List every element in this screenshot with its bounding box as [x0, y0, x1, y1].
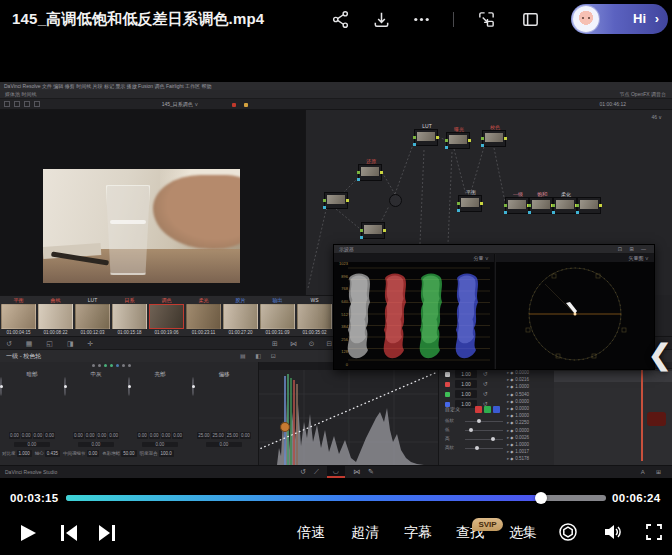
keyframe-row[interactable]: ▸◆1.0000 [507, 383, 553, 390]
blue-channel-chip[interactable] [493, 406, 500, 413]
clip-item[interactable]: 柔光 01:00:23:11 [185, 296, 222, 336]
scopes-window-controls[interactable]: ⊡ ⊞ — [618, 245, 649, 254]
keyframe-row[interactable]: ▸◆1.0000 [507, 441, 553, 448]
play-icon[interactable] [17, 523, 39, 543]
waveform-subheader[interactable]: 分量 ∨ [334, 254, 494, 262]
slider-handle[interactable] [469, 428, 473, 432]
curve-tab-icon[interactable]: ✎ [368, 466, 374, 478]
slider-handle[interactable] [491, 437, 495, 441]
node-input-dot[interactable] [445, 139, 448, 142]
node-output-dot[interactable] [599, 204, 602, 207]
clip-item[interactable]: 平衡 01:00:04:15 [0, 296, 37, 336]
quality-button[interactable]: 超清 [351, 509, 379, 555]
adjust-field[interactable]: 对比度 1.000 [2, 450, 32, 457]
node-mask-dot[interactable] [357, 178, 360, 181]
grade-node[interactable] [577, 197, 601, 214]
clip-thumbnail[interactable] [112, 304, 147, 329]
node-mask-dot[interactable] [445, 146, 448, 149]
node-mask-dot[interactable] [457, 209, 460, 212]
clip-item[interactable]: 日系 01:00:15:18 [111, 296, 148, 336]
soft-clip-slider[interactable]: 低软 [445, 417, 505, 425]
progress-bar[interactable] [66, 495, 606, 501]
red-tag[interactable] [647, 412, 666, 426]
volume-icon[interactable] [602, 522, 622, 542]
account-pill[interactable]: Hi › [571, 4, 668, 34]
node-output-dot[interactable] [380, 171, 383, 174]
node-mask-dot[interactable] [552, 211, 555, 214]
clip-thumbnail[interactable] [149, 304, 184, 329]
grade-node[interactable]: 柔化 [553, 197, 577, 214]
grade-node[interactable]: 一级 [505, 197, 529, 214]
node-mask-dot[interactable] [413, 143, 416, 146]
node-output-dot[interactable] [346, 199, 349, 202]
node-mask-dot[interactable] [323, 206, 326, 209]
soft-clip-slider[interactable]: 高软 [445, 444, 505, 452]
fullscreen-icon[interactable] [644, 522, 664, 542]
node-mask-dot[interactable] [528, 211, 531, 214]
soft-clip-slider[interactable]: 低 [445, 426, 505, 434]
grade-node[interactable] [324, 192, 348, 209]
node-mask-dot[interactable] [360, 236, 363, 239]
node-input-dot[interactable] [528, 204, 531, 207]
node-mask-dot[interactable] [576, 211, 579, 214]
download-icon[interactable] [372, 10, 391, 29]
wheel-cursor[interactable] [64, 385, 67, 388]
node-input-dot[interactable] [481, 137, 484, 140]
keyframe-row[interactable]: ▸◆1.0000 [507, 412, 553, 419]
vectorscope-subheader[interactable]: 矢量图 ∨ [496, 254, 654, 262]
grade-node[interactable]: 曝光 [446, 132, 470, 149]
keyframe-row[interactable]: ▸◆1.0017 [507, 448, 553, 455]
grade-node[interactable]: LUT [414, 129, 438, 146]
wheel-master-value[interactable]: 0.00 [142, 442, 178, 447]
green-channel-chip[interactable] [484, 406, 491, 413]
wheel-ring[interactable] [192, 377, 194, 396]
channel-gain-row[interactable]: 1.00 ↺ [445, 380, 505, 389]
slider-track[interactable] [465, 448, 503, 449]
adjust-value[interactable]: 50.00 [121, 450, 136, 457]
progress-thumb[interactable] [535, 492, 547, 504]
clip-thumbnail[interactable] [186, 304, 221, 329]
clip-item[interactable]: WS 01:00:35:02 [296, 296, 333, 336]
reset-icon[interactable]: ↺ [483, 370, 488, 378]
adjust-value[interactable]: 0.00 [87, 450, 100, 457]
node-output-dot[interactable] [480, 202, 483, 205]
adjust-field[interactable]: 色彩增幅 50.00 [102, 450, 136, 457]
node-input-dot[interactable] [413, 136, 416, 139]
adjust-value[interactable]: 100.0 [159, 450, 174, 457]
wheel-cursor[interactable] [0, 385, 3, 388]
clip-thumbnail[interactable] [260, 304, 295, 329]
clip-item[interactable]: 输出 01:00:31:09 [259, 296, 296, 336]
clip-thumbnail[interactable] [223, 304, 258, 329]
node-mask-dot[interactable] [481, 144, 484, 147]
curve-tab-icon[interactable]: ⋈ [353, 466, 360, 478]
scopes-window[interactable]: 示波器 ⊡ ⊞ — 分量 ∨ 1023896768640512384256128… [333, 244, 655, 370]
grade-node[interactable]: 平衡 [458, 195, 482, 212]
slider-track[interactable] [465, 421, 503, 422]
wheel-master-value[interactable]: 0.00 [78, 442, 114, 447]
wheel-master-value[interactable]: 0.00 [206, 442, 242, 447]
red-channel-chip[interactable] [475, 406, 482, 413]
vectorscope-mode-select[interactable]: 矢量图 ∨ [628, 254, 649, 262]
reset-icon[interactable]: ↺ [483, 390, 488, 398]
keyframe-row[interactable]: ▸◆0.2250 [507, 419, 553, 426]
aperture-icon[interactable] [558, 522, 578, 542]
adjust-value[interactable]: 0.435 [45, 450, 60, 457]
clip-item[interactable]: 胶片 01:00:27:20 [222, 296, 259, 336]
clip-item[interactable]: 调色 01:00:19:06 [148, 296, 185, 336]
next-episode-icon[interactable] [96, 523, 118, 543]
channel-value[interactable]: 1.00 [455, 390, 477, 398]
node-mask-dot[interactable] [504, 211, 507, 214]
previous-episode-icon[interactable] [58, 523, 80, 543]
keyframe-row[interactable]: ▸◆0.0000 [507, 398, 553, 405]
node-input-dot[interactable] [457, 202, 460, 205]
reset-icon[interactable]: ↺ [483, 380, 488, 388]
speed-button[interactable]: 倍速 [297, 509, 325, 555]
wheel-ring[interactable] [128, 377, 130, 396]
panel-expand-chevron[interactable]: ❮ [648, 338, 671, 371]
waveform-mode-select[interactable]: 分量 ∨ [473, 254, 489, 262]
keyframe-row[interactable]: ▸◆0.0000 [507, 405, 553, 412]
color-wheel[interactable]: 暗部 0.000.000.000.00 0.00 [0, 370, 64, 458]
slider-handle[interactable] [475, 446, 479, 450]
slider-track[interactable] [465, 439, 503, 440]
keyframe-row[interactable]: ▸◆0.5040 [507, 391, 553, 398]
